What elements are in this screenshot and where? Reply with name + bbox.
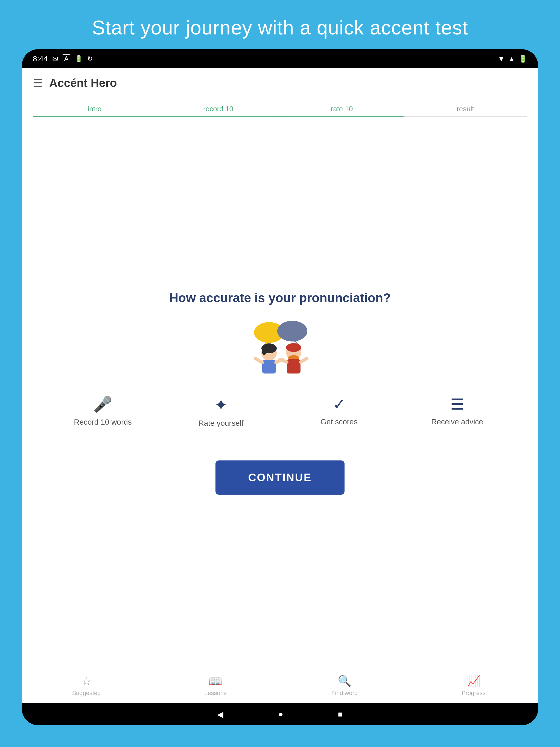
time-display: 8:44 [33, 54, 48, 63]
nav-find-word[interactable]: 🔍 Find word [280, 668, 409, 703]
feature-advice-label: Receive advice [431, 417, 483, 426]
signal-icon: ▲ [508, 55, 515, 63]
recent-button[interactable]: ■ [338, 710, 343, 719]
nav-suggested[interactable]: ☆ Suggested [22, 668, 151, 703]
mail-icon: ✉ [52, 55, 58, 63]
app-content: ☰ Accént Hero intro record 10 rate 10 re… [22, 68, 538, 703]
sync-icon: ↻ [87, 55, 93, 62]
svg-line-8 [255, 358, 262, 363]
svg-line-15 [301, 358, 307, 362]
status-left: 8:44 ✉ A 🔋 ↻ [33, 54, 93, 63]
progress-icon: 📈 [467, 674, 480, 687]
hamburger-icon[interactable]: ☰ [33, 77, 43, 89]
step-rate: rate 10 [280, 105, 404, 117]
home-button[interactable]: ● [278, 710, 283, 719]
main-section: How accurate is your pronunciation? [22, 117, 538, 668]
alpha-icon: A [62, 54, 70, 63]
svg-point-11 [286, 343, 301, 352]
status-right: ▼ ▲ 🔋 [498, 55, 527, 63]
nav-progress-label: Progress [462, 690, 486, 697]
bottom-nav: ☆ Suggested 📖 Lessons 🔍 Find word 📈 Prog… [22, 668, 538, 703]
battery-icon: 🔋 [518, 55, 527, 63]
wifi-icon: ▼ [498, 55, 505, 63]
feature-record: 🎤 Record 10 words [44, 395, 162, 428]
lessons-icon: 📖 [209, 674, 222, 687]
svg-point-2 [277, 321, 307, 341]
svg-rect-13 [287, 359, 301, 374]
nav-suggested-label: Suggested [72, 690, 101, 697]
conversation-illustration [239, 319, 321, 374]
back-button[interactable]: ◀ [217, 710, 223, 719]
top-title: Start your journey with a quick accent t… [0, 0, 560, 50]
nav-lessons-label: Lessons [204, 690, 227, 697]
continue-button[interactable]: CONTINUE [215, 460, 345, 495]
step-intro-label: intro [88, 105, 102, 113]
nav-find-word-label: Find word [331, 690, 358, 697]
battery-status-icon: 🔋 [75, 55, 83, 62]
svg-point-6 [262, 347, 266, 355]
suggested-icon: ☆ [81, 675, 91, 687]
feature-record-label: Record 10 words [74, 418, 132, 427]
feature-rate: ✦ Rate yourself [162, 395, 280, 428]
checkmark-icon: ✓ [333, 395, 346, 413]
status-bar: 8:44 ✉ A 🔋 ↻ ▼ ▲ 🔋 [22, 49, 538, 68]
app-title: Accént Hero [49, 77, 117, 90]
feature-advice: ☰ Receive advice [398, 395, 516, 428]
system-nav-bar: ◀ ● ■ [22, 703, 538, 725]
top-banner: Start your journey with a quick accent t… [0, 0, 560, 50]
feature-scores: ✓ Get scores [280, 395, 398, 428]
features-row: 🎤 Record 10 words ✦ Rate yourself ✓ Get … [44, 395, 516, 428]
feature-scores-label: Get scores [321, 417, 357, 426]
star-icon: ✦ [214, 395, 228, 414]
app-header: ☰ Accént Hero [22, 68, 538, 98]
find-word-icon: 🔍 [338, 674, 351, 687]
nav-lessons[interactable]: 📖 Lessons [151, 668, 280, 703]
step-record-label: record 10 [203, 105, 233, 113]
feature-rate-label: Rate yourself [199, 419, 244, 428]
step-result: result [404, 105, 527, 117]
svg-rect-7 [262, 360, 276, 374]
microphone-icon: 🎤 [93, 395, 112, 413]
step-intro: intro [33, 105, 156, 117]
list-icon: ☰ [450, 395, 464, 413]
step-result-label: result [457, 105, 474, 113]
step-record: record 10 [156, 105, 280, 117]
device-frame: 8:44 ✉ A 🔋 ↻ ▼ ▲ 🔋 ☰ Accént Hero intro r… [22, 49, 538, 725]
headline: How accurate is your pronunciation? [169, 290, 391, 305]
progress-steps: intro record 10 rate 10 result [22, 98, 538, 117]
nav-progress[interactable]: 📈 Progress [409, 668, 538, 703]
step-rate-label: rate 10 [331, 105, 353, 113]
